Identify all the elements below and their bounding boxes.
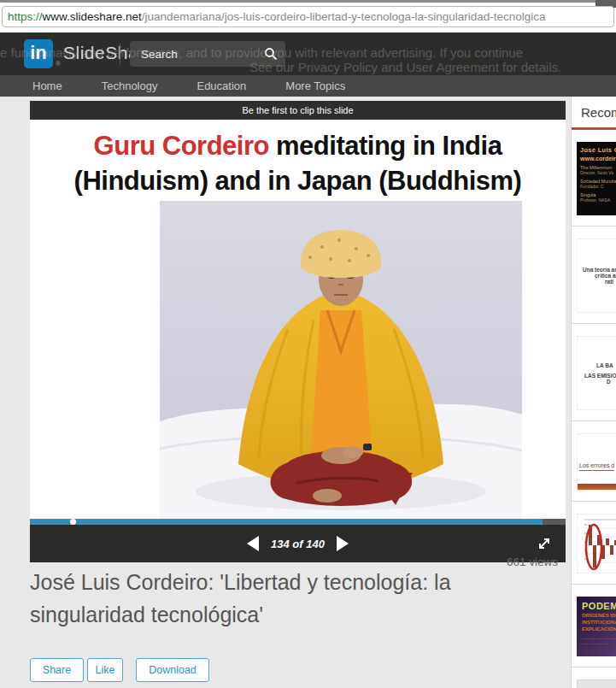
rec3-line1: LA BA	[596, 362, 616, 368]
rec6-line3: EXPLICACIÓN	[582, 626, 616, 632]
site-header: in ® SlideShare improve functionality an…	[0, 32, 616, 75]
address-bar[interactable]: https://www.slideshare.net/juandemariana…	[2, 6, 614, 27]
slide-pager: 134 of 140	[271, 538, 325, 550]
nav-item-technology[interactable]: Technology	[102, 79, 158, 92]
rec6-line2: INSTITUCIONA	[582, 620, 616, 625]
rec2-line3: rati	[605, 279, 616, 285]
nav-item-home[interactable]: Home	[32, 79, 62, 92]
nav-item-education[interactable]: Education	[197, 79, 246, 92]
topic-nav: Home Technology Education More Topics	[0, 75, 616, 97]
search-input[interactable]	[130, 41, 260, 67]
sidebar-divider	[572, 667, 616, 667]
current-slide[interactable]: Guru Cordeiro meditating in India (Hindu…	[30, 120, 566, 519]
url-protocol: https://	[8, 10, 43, 23]
rec4-label: Los errores d	[579, 462, 614, 471]
share-button[interactable]: Share	[30, 658, 84, 682]
window-edge	[0, 0, 616, 3]
registered-mark: ®	[56, 60, 61, 68]
header-divider	[120, 44, 120, 64]
sidebar-divider	[572, 226, 616, 226]
slide-progress-track[interactable]	[30, 519, 566, 525]
fullscreen-icon[interactable]	[537, 536, 552, 551]
slide-title: Guru Cordeiro meditating in India (Hindu…	[30, 128, 566, 198]
rec1-line8: Profesor, NASA	[580, 197, 616, 203]
recommended-rule	[572, 127, 616, 130]
sidebar-divider	[572, 420, 616, 421]
browser-chrome: https://www.slideshare.net/juandemariana…	[0, 0, 616, 32]
clip-banner[interactable]: Be the first to clip this slide	[30, 101, 566, 120]
presentation-title: José Luis Cordeiro: 'Libertad y tecnolog…	[30, 566, 521, 631]
download-button[interactable]: Download	[136, 658, 209, 682]
rec1-url: www.cordeiro	[580, 156, 616, 162]
sidebar-divider	[572, 323, 616, 324]
progress-fill	[30, 519, 543, 525]
sidebar-divider	[572, 584, 616, 585]
rec6-title: PODEMO	[582, 601, 616, 611]
search-icon[interactable]	[264, 47, 278, 61]
slide-title-line2: (Hinduism) and in Japan (Buddhism)	[74, 166, 522, 196]
linkedin-logo[interactable]: in	[24, 39, 53, 68]
next-slide-button[interactable]	[337, 536, 349, 551]
nav-item-more-topics[interactable]: More Topics	[285, 79, 345, 92]
slide-title-rest: meditating in India	[269, 131, 502, 161]
recommended-heading: Recommended	[581, 105, 616, 120]
rec6-line1: ORÍGENES IDE	[582, 613, 616, 618]
rec1-line6: Fundador, C	[580, 184, 616, 189]
sidebar-divider	[572, 501, 616, 502]
rec5-chart-thumbnail	[578, 515, 616, 573]
rec2-line1: Una teoría an	[583, 267, 616, 273]
like-button[interactable]: Like	[87, 658, 123, 682]
rec6-tiny1: ───── ── ─────	[582, 637, 616, 641]
url-domain: www.slideshare.net	[43, 10, 142, 23]
rec2-line2: crítica al	[595, 273, 616, 279]
slide-photo-meditating-man	[160, 201, 522, 519]
rec3-line2: LAS EMISIO	[584, 373, 616, 379]
slideshare-page: https://www.slideshare.net/juandemariana…	[0, 0, 616, 688]
rec3-line3: D	[607, 379, 616, 385]
recommended-item-6[interactable]: PODEMO ORÍGENES IDE INSTITUCIONA EXPLICA…	[577, 597, 616, 656]
search-box[interactable]	[130, 41, 285, 67]
cookie-notice-line2: See our Privacy Policy and User Agreemen…	[249, 60, 616, 74]
recommended-item-2[interactable]: Una teoría an crítica al rati	[577, 238, 616, 313]
rec4-accent-bar	[578, 484, 616, 490]
url-path: /juandemariana/jos-luis-cordeiro-liberta…	[142, 10, 546, 23]
recommended-item-3[interactable]: LA BA LAS EMISIO D	[577, 336, 616, 410]
recommended-sidebar: Recommended José Luis Cordeiro www.corde…	[571, 97, 616, 688]
progress-marker-dot[interactable]	[70, 519, 76, 525]
rec6-tiny2: ── ───── ──	[582, 642, 616, 646]
recommended-item-5[interactable]	[577, 514, 616, 573]
rec1-line4: Director, Nodo Ve	[580, 170, 616, 175]
recommended-item-4[interactable]: Los errores d	[577, 433, 616, 491]
slide-player: Be the first to clip this slide Guru Cor…	[30, 101, 566, 562]
recommended-item-7[interactable]	[577, 679, 616, 688]
rec1-title: José Luis Cordeiro	[580, 146, 616, 154]
action-buttons: Share Like Download	[30, 658, 209, 682]
recommended-item-1[interactable]: José Luis Cordeiro www.cordeiro The Mill…	[577, 142, 616, 215]
previous-slide-button[interactable]	[247, 536, 259, 551]
slide-title-highlight: Guru Cordeiro	[94, 131, 269, 161]
